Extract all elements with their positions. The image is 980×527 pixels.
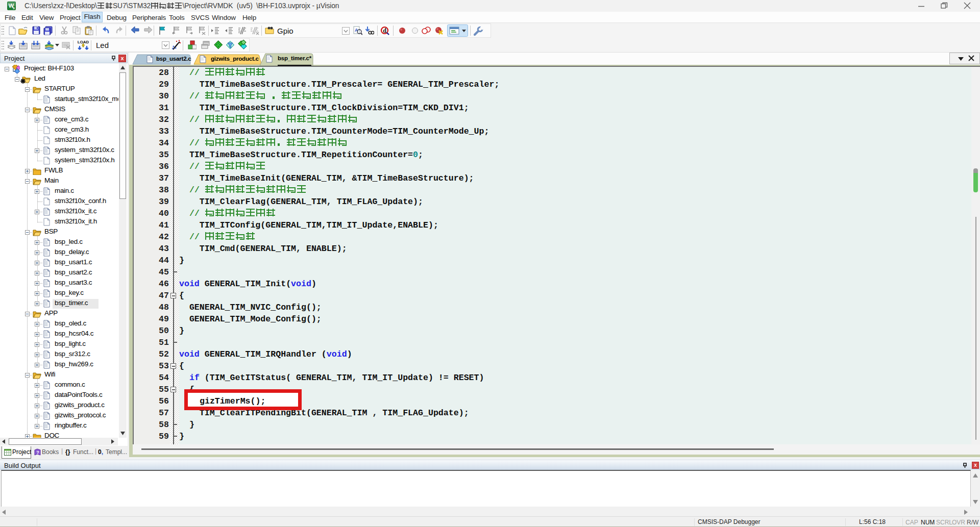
svg-text:d: d xyxy=(383,27,386,34)
svg-text:?: ? xyxy=(36,450,39,455)
svg-text:s: s xyxy=(13,6,15,10)
